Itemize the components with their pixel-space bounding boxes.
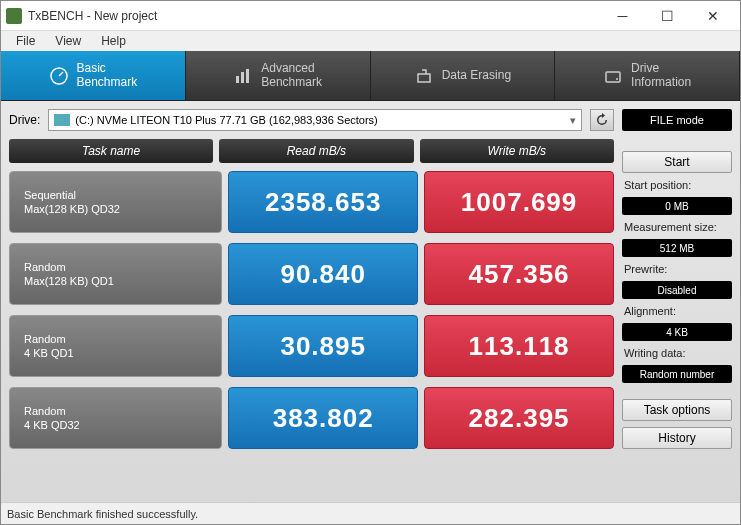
titlebar: TxBENCH - New project ─ ☐ ✕ (1, 1, 740, 31)
side-panel: FILE mode Start Start position: 0 MB Mea… (622, 109, 732, 494)
tab-label: Advanced (261, 62, 322, 75)
start-button[interactable]: Start (622, 151, 732, 173)
window-title: TxBENCH - New project (28, 9, 600, 23)
svg-rect-3 (241, 72, 244, 83)
header-read: Read mB/s (219, 139, 413, 163)
write-value: 113.118 (424, 315, 614, 377)
tab-label: Basic (77, 62, 138, 75)
writing-data-label: Writing data: (622, 347, 732, 359)
tab-label: Benchmark (261, 76, 322, 89)
read-value: 90.840 (228, 243, 418, 305)
app-window: TxBENCH - New project ─ ☐ ✕ File View He… (0, 0, 741, 525)
alignment-value[interactable]: 4 KB (622, 323, 732, 341)
menu-view[interactable]: View (45, 32, 91, 50)
measurement-size-value[interactable]: 512 MB (622, 239, 732, 257)
write-value: 1007.699 (424, 171, 614, 233)
refresh-button[interactable] (590, 109, 614, 131)
task-line2: Max(128 KB) QD32 (24, 202, 221, 216)
drive-row: Drive: (C:) NVMe LITEON T10 Plus 77.71 G… (9, 109, 614, 131)
svg-line-1 (59, 72, 63, 76)
task-line2: 4 KB QD1 (24, 346, 221, 360)
task-line1: Random (24, 404, 221, 418)
svg-rect-6 (606, 72, 620, 82)
task-line2: Max(128 KB) QD1 (24, 274, 221, 288)
svg-rect-2 (236, 76, 239, 83)
tab-data-erasing[interactable]: Data Erasing (371, 51, 556, 100)
body: Drive: (C:) NVMe LITEON T10 Plus 77.71 G… (1, 101, 740, 502)
result-row: SequentialMax(128 KB) QD322358.6531007.6… (9, 171, 614, 233)
prewrite-label: Prewrite: (622, 263, 732, 275)
tab-label: Information (631, 76, 691, 89)
close-button[interactable]: ✕ (690, 2, 735, 30)
task-name-cell: SequentialMax(128 KB) QD32 (9, 171, 222, 233)
task-line1: Random (24, 332, 221, 346)
result-row: Random4 KB QD130.895113.118 (9, 315, 614, 377)
task-line1: Sequential (24, 188, 221, 202)
erase-icon (414, 66, 434, 86)
task-name-cell: Random4 KB QD1 (9, 315, 222, 377)
start-position-label: Start position: (622, 179, 732, 191)
task-line1: Random (24, 260, 221, 274)
svg-rect-4 (246, 69, 249, 83)
header-row: Task name Read mB/s Write mB/s (9, 139, 614, 163)
task-line2: 4 KB QD32 (24, 418, 221, 432)
prewrite-value[interactable]: Disabled (622, 281, 732, 299)
start-position-value[interactable]: 0 MB (622, 197, 732, 215)
result-row: RandomMax(128 KB) QD190.840457.356 (9, 243, 614, 305)
minimize-button[interactable]: ─ (600, 2, 645, 30)
alignment-label: Alignment: (622, 305, 732, 317)
gauge-icon (49, 66, 69, 86)
file-mode-indicator: FILE mode (622, 109, 732, 131)
read-value: 30.895 (228, 315, 418, 377)
menubar: File View Help (1, 31, 740, 51)
app-icon (6, 8, 22, 24)
drive-icon (54, 114, 70, 126)
tab-label: Benchmark (77, 76, 138, 89)
tab-label: Drive (631, 62, 691, 75)
status-text: Basic Benchmark finished successfully. (7, 508, 198, 520)
read-value: 383.802 (228, 387, 418, 449)
results-grid: SequentialMax(128 KB) QD322358.6531007.6… (9, 171, 614, 449)
tab-label: Data Erasing (442, 69, 511, 82)
header-write: Write mB/s (420, 139, 614, 163)
tab-basic-benchmark[interactable]: BasicBenchmark (1, 51, 186, 100)
svg-rect-5 (418, 74, 430, 82)
menu-help[interactable]: Help (91, 32, 136, 50)
history-button[interactable]: History (622, 427, 732, 449)
tab-drive-information[interactable]: DriveInformation (555, 51, 740, 100)
chevron-down-icon: ▾ (570, 114, 576, 127)
drive-select[interactable]: (C:) NVMe LITEON T10 Plus 77.71 GB (162,… (48, 109, 582, 131)
measurement-size-label: Measurement size: (622, 221, 732, 233)
result-row: Random4 KB QD32383.802282.395 (9, 387, 614, 449)
tabbar: BasicBenchmark AdvancedBenchmark Data Er… (1, 51, 740, 101)
maximize-button[interactable]: ☐ (645, 2, 690, 30)
drive-label: Drive: (9, 113, 40, 127)
statusbar: Basic Benchmark finished successfully. (1, 502, 740, 524)
task-name-cell: RandomMax(128 KB) QD1 (9, 243, 222, 305)
task-name-cell: Random4 KB QD32 (9, 387, 222, 449)
read-value: 2358.653 (228, 171, 418, 233)
write-value: 282.395 (424, 387, 614, 449)
svg-point-7 (616, 78, 618, 80)
main-panel: Drive: (C:) NVMe LITEON T10 Plus 77.71 G… (9, 109, 614, 494)
menu-file[interactable]: File (6, 32, 45, 50)
drive-icon (603, 66, 623, 86)
task-options-button[interactable]: Task options (622, 399, 732, 421)
writing-data-value[interactable]: Random number (622, 365, 732, 383)
drive-value: (C:) NVMe LITEON T10 Plus 77.71 GB (162,… (75, 114, 377, 126)
bars-icon (233, 66, 253, 86)
header-taskname: Task name (9, 139, 213, 163)
tab-advanced-benchmark[interactable]: AdvancedBenchmark (186, 51, 371, 100)
write-value: 457.356 (424, 243, 614, 305)
